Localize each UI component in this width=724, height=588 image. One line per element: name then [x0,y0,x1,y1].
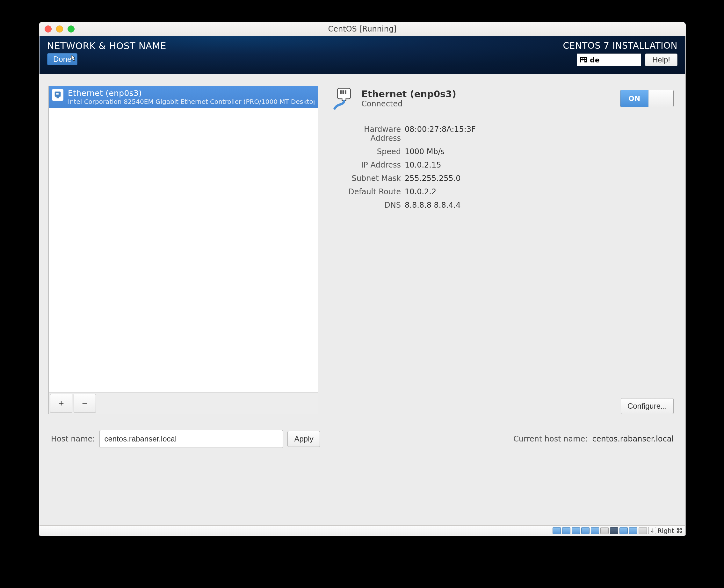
detail-label: DNS [331,201,405,210]
hostname-label: Host name: [51,435,95,443]
detail-row: DNS 8.8.8.8 8.8.4.4 [331,201,676,210]
detail-value: 255.255.255.0 [405,174,461,183]
current-hostname-label: Current host name: [513,435,587,443]
device-list[interactable]: Ethernet (enp0s3) Intel Corporation 8254… [48,86,318,393]
connection-details-pane: Ethernet (enp0s3) Connected ON Hardware … [318,86,676,414]
header: NETWORK & HOST NAME Done CENTOS 7 INSTAL… [40,36,685,74]
sb-audio-icon[interactable] [572,527,580,534]
content: Ethernet (enp0s3) Intel Corporation 8254… [40,74,685,421]
connection-toggle[interactable]: ON [620,90,674,107]
svg-rect-5 [345,90,346,93]
detail-value: 10.0.2.2 [405,187,436,196]
device-list-item[interactable]: Ethernet (enp0s3) Intel Corporation 8254… [49,86,318,108]
svg-rect-1 [57,93,58,94]
detail-row: Speed 1000 Mb/s [331,147,676,156]
ethernet-icon [52,89,63,101]
sb-hostkey-arrow-icon: ↓ [648,527,656,534]
toggle-handle [648,90,673,107]
toggle-on-label: ON [620,90,648,107]
help-button[interactable]: Help! [645,54,678,66]
detail-value: 8.8.8.8 8.8.4.4 [405,201,461,210]
done-button[interactable]: Done [47,53,78,65]
configure-button[interactable]: Configure... [621,398,674,414]
cursor-icon [71,55,77,62]
detail-label: Hardware Address [331,125,405,143]
distro-label: CENTOS 7 INSTALLATION [563,40,678,51]
apply-button[interactable]: Apply [287,431,320,447]
svg-rect-0 [56,93,57,94]
sb-cd-icon[interactable] [562,527,571,534]
svg-rect-2 [58,93,59,94]
detail-row: IP Address 10.0.2.15 [331,161,676,169]
titlebar: CentOS [Running] [39,22,686,36]
sb-display-icon[interactable] [610,527,618,534]
keyboard-layout-select[interactable]: de [577,54,641,66]
ethernet-large-icon [331,86,356,111]
vm-window: CentOS [Running] NETWORK & HOST NAME Don… [39,22,686,536]
sb-usb-icon[interactable] [591,527,599,534]
installer-pane: NETWORK & HOST NAME Done CENTOS 7 INSTAL… [40,36,685,525]
detail-row: Default Route 10.0.2.2 [331,187,676,196]
window-title: CentOS [Running] [39,24,686,34]
detail-row: Subnet Mask 255.255.255.0 [331,174,676,183]
device-list-pane: Ethernet (enp0s3) Intel Corporation 8254… [48,86,318,414]
detail-value: 10.0.2.15 [405,161,441,169]
svg-rect-4 [343,90,344,93]
sb-guest-additions-icon[interactable] [629,527,637,534]
page-title: NETWORK & HOST NAME [47,40,563,51]
sb-network-icon[interactable] [581,527,589,534]
sb-hdd-icon[interactable] [553,527,561,534]
hostname-row: Host name: Apply Current host name: cent… [40,421,685,451]
device-list-toolbar: + − [48,393,318,414]
connection-details: Hardware Address 08:00:27:8A:15:3F Speed… [331,125,676,214]
sb-hostkey-label: Right ⌘ [657,527,683,534]
connection-title: Ethernet (enp0s3) [361,88,456,99]
device-item-title: Ethernet (enp0s3) [68,88,314,98]
current-hostname-value: centos.rabanser.local [592,435,674,443]
remove-device-button[interactable]: − [74,394,96,413]
keyboard-layout-value: de [590,56,600,64]
sb-mouse-icon[interactable] [639,527,647,534]
detail-value: 1000 Mb/s [405,147,444,156]
add-device-button[interactable]: + [50,394,73,413]
vm-statusbar: ↓ Right ⌘ [40,525,685,536]
keyboard-icon [580,57,587,62]
detail-row: Hardware Address 08:00:27:8A:15:3F [331,125,676,143]
detail-label: Speed [331,147,405,156]
connection-status: Connected [361,99,456,108]
device-item-subtitle: Intel Corporation 82540EM Gigabit Ethern… [68,98,314,105]
sb-video-capture-icon[interactable] [619,527,628,534]
detail-label: Default Route [331,187,405,196]
detail-label: Subnet Mask [331,174,405,183]
detail-value: 08:00:27:8A:15:3F [405,125,476,143]
sb-shared-folder-icon[interactable] [600,527,609,534]
detail-label: IP Address [331,161,405,169]
hostname-input[interactable] [99,430,283,448]
svg-rect-3 [340,90,342,93]
